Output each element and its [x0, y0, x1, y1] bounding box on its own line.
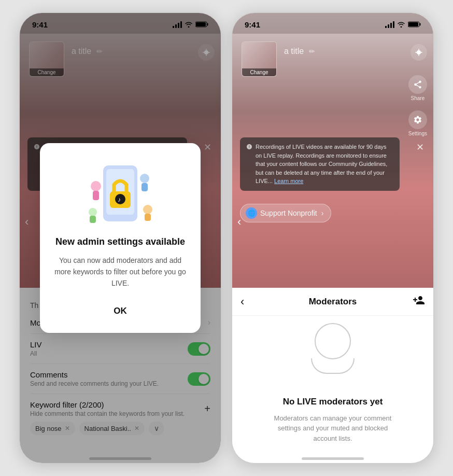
left-phone: 9:41 [19, 12, 221, 464]
share-label: Share [411, 95, 425, 101]
right-signal-icon [385, 21, 394, 28]
svg-point-13 [89, 208, 97, 216]
right-recording-area [410, 44, 427, 61]
empty-title: No LIVE moderators yet [283, 397, 383, 407]
right-change-label[interactable]: Change [242, 68, 276, 76]
right-notification-close[interactable]: ✕ [416, 142, 424, 153]
support-chevron: › [321, 209, 324, 217]
settings-icon [408, 110, 427, 129]
right-wifi-icon [397, 21, 405, 27]
right-notification-text: Recordings of LIVE videos are available … [256, 143, 393, 186]
svg-rect-18 [420, 23, 421, 26]
svg-rect-12 [141, 183, 148, 191]
right-pencil-icon: ✏ [309, 47, 315, 55]
svg-point-11 [140, 174, 149, 183]
mod-add-person-btn[interactable] [413, 294, 425, 310]
svg-rect-19 [408, 22, 418, 26]
settings-label: Settings [408, 131, 427, 136]
right-battery-icon [408, 21, 421, 27]
modal-body: You can now add moderators and add more … [52, 255, 188, 289]
empty-avatar-head [315, 323, 351, 359]
svg-text:♪: ♪ [118, 196, 121, 203]
right-thumbnail[interactable]: Change [242, 41, 277, 77]
mod-back-btn[interactable]: ‹ [240, 295, 244, 309]
right-notification: Recordings of LIVE videos are available … [240, 137, 400, 191]
right-video-bg: Change a title ✏ Recordings of LIVE vide… [232, 13, 433, 293]
svg-point-9 [91, 181, 101, 191]
admin-settings-modal: ♪ New admin settings available [40, 143, 201, 333]
svg-rect-10 [93, 191, 99, 200]
modal-overlay: ♪ New admin settings available [20, 13, 221, 463]
right-home-indicator [302, 457, 364, 460]
right-actions: Share Settings [408, 75, 427, 136]
right-learn-more[interactable]: Learn more [274, 178, 303, 184]
modal-illustration: ♪ [81, 158, 159, 228]
svg-rect-14 [90, 216, 96, 223]
right-back-btn[interactable]: ‹ [237, 215, 241, 229]
support-nonprofit-btn[interactable]: 🌐 Support Nonprofit › [240, 204, 331, 222]
right-time: 9:41 [245, 20, 260, 29]
right-status-icons [385, 21, 421, 28]
modal-ok-btn[interactable]: OK [93, 302, 148, 320]
right-live-title: a title ✏ [284, 47, 315, 56]
modal-svg: ♪ [81, 158, 159, 228]
right-status-bar: 9:41 [232, 13, 433, 36]
globe-icon: 🌐 [246, 207, 257, 219]
share-action[interactable]: Share [408, 75, 427, 101]
modal-title: New admin settings available [52, 236, 188, 248]
moderators-empty-state: No LIVE moderators yet Moderators can ma… [232, 319, 433, 447]
svg-point-20 [417, 50, 421, 54]
moderators-header: ‹ Moderators [232, 288, 433, 316]
empty-sub: Moderators can manage your comment setti… [271, 413, 395, 444]
svg-rect-16 [145, 214, 151, 221]
settings-action[interactable]: Settings [408, 110, 427, 136]
svg-point-15 [143, 205, 152, 214]
support-nonprofit-label: Support Nonprofit [260, 209, 317, 217]
empty-avatar-container [315, 323, 351, 362]
share-icon [408, 75, 427, 94]
mod-title: Moderators [309, 297, 357, 307]
right-phone: 9:41 Change [232, 12, 434, 464]
